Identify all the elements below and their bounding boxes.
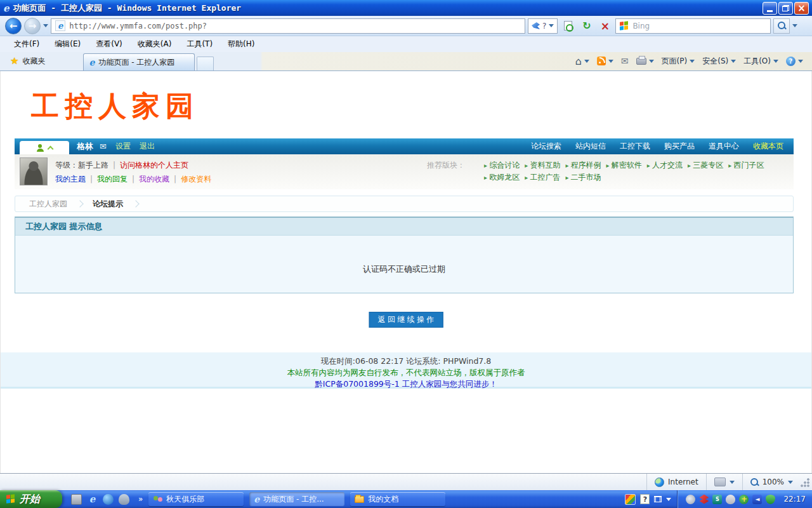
ie-quicklaunch-icon[interactable]: e [87, 494, 98, 505]
antivirus-tray-icon[interactable]: + [739, 495, 749, 504]
address-url[interactable]: http://www.ymmfa.com/post.php? [69, 22, 207, 30]
footer-icp-link[interactable]: 黔ICP备07001899号-1 工控人家园与您共同进步！ [1, 378, 811, 390]
resize-grip[interactable] [801, 478, 810, 487]
forward-button[interactable]: → [24, 18, 41, 34]
nav-downloads[interactable]: 工控下载 [620, 141, 650, 152]
board-link[interactable]: 程序样例 [565, 161, 601, 170]
taskbar-clock[interactable]: 22:17 [783, 495, 806, 504]
home-dropdown-icon[interactable] [584, 60, 589, 63]
tools-menu-button[interactable]: 工具(O) [743, 56, 778, 67]
protected-mode-button[interactable] [706, 474, 742, 490]
menu-favorites[interactable]: 收藏夹(A) [130, 37, 180, 51]
input-device-tray-icon[interactable] [726, 495, 735, 504]
device-quicklaunch-icon[interactable] [71, 494, 82, 505]
page-menu-button[interactable]: 页面(P) [662, 56, 695, 67]
menu-edit[interactable]: 编辑(E) [47, 37, 88, 51]
board-link[interactable]: 综合讨论 [484, 161, 520, 170]
board-link[interactable]: 人才交流 [647, 161, 683, 170]
nav-forum-search[interactable]: 论坛搜索 [531, 141, 561, 152]
nav-site-messages[interactable]: 站内短信 [575, 141, 606, 152]
language-help-icon[interactable]: ? [640, 494, 650, 504]
my-replies-link[interactable]: 我的回复 [97, 175, 128, 184]
print-dropdown-icon[interactable] [649, 60, 654, 63]
recommended-row1: 综合讨论资料互助程序样例解密软件人才交流三菱专区西门子区 [484, 159, 769, 171]
help-button[interactable]: ? [786, 57, 803, 66]
speaker-tray-icon[interactable]: ◄ [752, 495, 762, 504]
board-link[interactable]: 三菱专区 [688, 161, 723, 170]
menu-tools[interactable]: 工具(T) [179, 37, 220, 51]
message-icon[interactable]: ✉ [100, 142, 107, 151]
back-button[interactable]: ← [5, 18, 22, 34]
volume-tray-icon[interactable] [686, 495, 695, 504]
board-link[interactable]: 工控广告 [525, 173, 560, 182]
safety-menu-button[interactable]: 安全(S) [702, 56, 736, 67]
task-button-qq-group[interactable]: 秋天俱乐部 [148, 492, 244, 506]
my-topics-link[interactable]: 我的主题 [55, 175, 86, 184]
board-link[interactable]: 欧姆龙区 [484, 173, 520, 182]
sys-tray-icon[interactable]: S [712, 495, 722, 504]
read-mail-button[interactable]: ✉ [621, 56, 629, 66]
zoom-dropdown-icon[interactable] [788, 481, 793, 484]
user-avatar[interactable] [20, 157, 48, 185]
compatibility-view-button[interactable] [560, 18, 576, 34]
new-tab-button[interactable] [197, 57, 214, 70]
language-options-icon[interactable] [666, 498, 671, 501]
site-logo[interactable]: 工控人家园 [31, 88, 199, 125]
home-button[interactable]: ⌂ [575, 55, 589, 67]
favorites-button[interactable]: ★ 收藏夹 [0, 51, 55, 70]
menu-file[interactable]: 文件(F) [6, 37, 47, 51]
user-panel-toggle[interactable] [20, 141, 69, 154]
menu-view[interactable]: 查看(V) [88, 37, 130, 51]
board-link[interactable]: 解密软件 [606, 161, 642, 170]
refresh-button[interactable]: ↻ [579, 18, 594, 34]
tab-active[interactable]: e 功能页面 - 工控人家园 [83, 53, 195, 70]
logout-link[interactable]: 退出 [140, 141, 155, 152]
addon-button[interactable]: ? [528, 18, 558, 34]
return-continue-button[interactable]: 返 回 继 续 操 作 [369, 312, 443, 328]
tools-menu-label: 工具(O) [743, 56, 771, 67]
homepage-link[interactable]: 访问格林的个人主页 [120, 161, 188, 170]
print-button[interactable] [636, 58, 654, 65]
settings-link[interactable]: 设置 [115, 141, 131, 152]
media-player-quicklaunch-icon[interactable] [103, 494, 114, 505]
quicklaunch-overflow-icon[interactable]: » [138, 495, 143, 504]
tools-dropdown-icon[interactable] [773, 60, 778, 63]
group-chat-icon [153, 495, 162, 504]
close-button[interactable]: × [794, 2, 809, 15]
shield-tray-icon[interactable] [766, 495, 775, 504]
task-button-my-documents[interactable]: 我的文档 [350, 492, 445, 506]
minimize-button[interactable] [763, 2, 777, 15]
nav-item-center[interactable]: 道具中心 [709, 141, 739, 152]
search-button[interactable] [773, 18, 790, 34]
board-link[interactable]: 西门子区 [728, 161, 764, 170]
help-dropdown-icon[interactable] [798, 60, 803, 63]
stop-button[interactable]: × [597, 18, 613, 34]
thunder-tray-icon[interactable] [699, 495, 709, 504]
search-box[interactable]: Bing [615, 18, 771, 34]
language-restore-icon[interactable] [654, 496, 662, 502]
address-bar[interactable]: e http://www.ymmfa.com/post.php? [51, 18, 525, 34]
my-favorites-link[interactable]: 我的收藏 [139, 175, 169, 184]
restore-button[interactable] [778, 2, 793, 15]
page-dropdown-icon[interactable] [690, 60, 695, 63]
recent-pages-dropdown-icon[interactable] [43, 24, 48, 27]
addon-dropdown-icon[interactable] [549, 24, 554, 27]
edit-profile-link[interactable]: 修改资料 [181, 175, 211, 184]
username[interactable]: 格林 [77, 141, 93, 152]
messenger-quicklaunch-icon[interactable] [119, 494, 129, 505]
zoom-control[interactable]: 100% [742, 474, 801, 490]
board-link[interactable]: 二手市场 [565, 173, 601, 182]
breadcrumb-home[interactable]: 工控人家园 [29, 199, 67, 210]
board-link[interactable]: 资料互助 [525, 161, 560, 170]
feeds-dropdown-icon[interactable] [608, 60, 613, 63]
task-button-ie-active[interactable]: e 功能页面 - 工控... [249, 492, 344, 506]
feeds-button[interactable] [597, 57, 613, 65]
protected-mode-dropdown-icon[interactable] [730, 481, 735, 484]
safety-dropdown-icon[interactable] [731, 60, 736, 63]
nav-bookmark-page[interactable]: 收藏本页 [753, 141, 783, 152]
search-options-dropdown-icon[interactable] [792, 24, 797, 27]
nav-buy-products[interactable]: 购买产品 [664, 141, 695, 152]
ime-icon[interactable] [625, 494, 636, 505]
menu-help[interactable]: 帮助(H) [220, 37, 262, 51]
start-button[interactable]: 开始 [0, 490, 62, 508]
